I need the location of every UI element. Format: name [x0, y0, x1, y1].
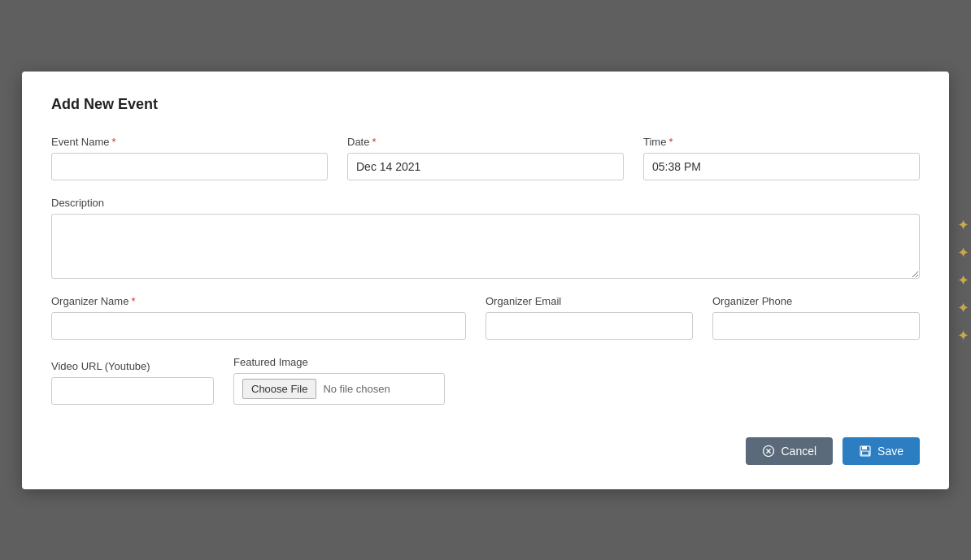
- deco-icon-1: ✦: [953, 215, 971, 235]
- organizer-email-group: Organizer Email: [485, 295, 693, 340]
- modal-title: Add New Event: [51, 96, 920, 113]
- event-name-label: Event Name*: [51, 136, 328, 148]
- no-file-chosen-text: No file chosen: [323, 383, 390, 395]
- organizer-email-label: Organizer Email: [485, 295, 693, 307]
- modal-footer: Cancel Save: [51, 437, 920, 465]
- organizer-phone-group: Organizer Phone: [712, 295, 920, 340]
- description-group: Description: [51, 197, 920, 279]
- modal-overlay: Add New Event Event Name* Date* Time*: [0, 0, 971, 560]
- video-url-input[interactable]: [51, 377, 214, 405]
- form-row-1: Event Name* Date* Time*: [51, 136, 920, 180]
- event-name-group: Event Name*: [51, 136, 328, 180]
- file-input-display: Choose File No file chosen: [233, 373, 445, 405]
- decorative-icons: ✦ ✦ ✦ ✦ ✦: [953, 215, 971, 345]
- video-url-group: Video URL (Youtube): [51, 360, 214, 405]
- cancel-button[interactable]: Cancel: [746, 437, 833, 465]
- modal-dialog: Add New Event Event Name* Date* Time*: [22, 72, 949, 489]
- save-button[interactable]: Save: [843, 437, 920, 465]
- featured-image-group: Featured Image Choose File No file chose…: [233, 356, 445, 405]
- form-row-4: Video URL (Youtube) Featured Image Choos…: [51, 356, 920, 405]
- deco-icon-2: ✦: [953, 243, 971, 263]
- date-group: Date*: [347, 136, 624, 180]
- date-input[interactable]: [347, 153, 624, 180]
- save-label: Save: [877, 445, 904, 458]
- organizer-phone-input[interactable]: [712, 312, 920, 340]
- cancel-icon: [762, 445, 775, 458]
- date-label: Date*: [347, 136, 624, 148]
- svg-rect-4: [862, 446, 867, 449]
- event-name-input[interactable]: [51, 153, 328, 180]
- organizer-name-label: Organizer Name*: [51, 295, 466, 307]
- form-row-3: Organizer Name* Organizer Email Organize…: [51, 295, 920, 340]
- description-label: Description: [51, 197, 920, 209]
- deco-icon-3: ✦: [953, 271, 971, 290]
- svg-rect-5: [862, 451, 869, 455]
- featured-image-label: Featured Image: [233, 356, 445, 368]
- organizer-name-group: Organizer Name*: [51, 295, 466, 340]
- cancel-label: Cancel: [781, 445, 816, 458]
- time-group: Time*: [643, 136, 920, 180]
- time-label: Time*: [643, 136, 920, 148]
- organizer-email-input[interactable]: [485, 312, 693, 340]
- video-url-label: Video URL (Youtube): [51, 360, 214, 372]
- description-input[interactable]: [51, 214, 920, 279]
- organizer-name-input[interactable]: [51, 312, 466, 340]
- choose-file-button[interactable]: Choose File: [242, 379, 316, 399]
- organizer-phone-label: Organizer Phone: [712, 295, 920, 307]
- deco-icon-4: ✦: [953, 298, 971, 318]
- save-icon: [859, 445, 872, 458]
- deco-icon-5: ✦: [953, 326, 971, 345]
- time-input[interactable]: [643, 153, 920, 180]
